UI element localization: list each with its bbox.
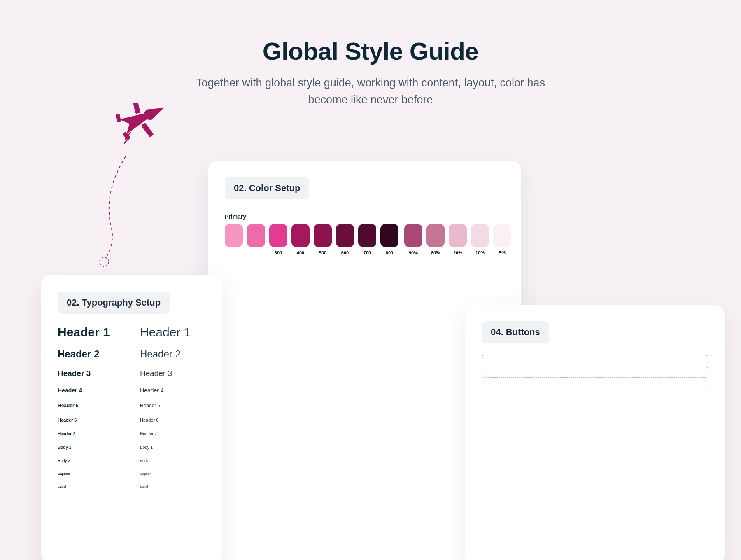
type-sample-regular: Body 1 bbox=[140, 445, 206, 450]
color-swatch: 20% bbox=[449, 224, 467, 255]
type-sample-regular: Header 2 bbox=[140, 348, 206, 360]
color-swatch: 400 bbox=[291, 224, 310, 255]
label-primary: Primary bbox=[225, 213, 505, 220]
type-sample-bold: Header 6 bbox=[58, 418, 124, 422]
color-swatch: 300 bbox=[269, 224, 287, 255]
color-swatch: 10% bbox=[471, 224, 489, 255]
hero: Global Style Guide Together with global … bbox=[0, 0, 741, 108]
airplane-illustration bbox=[91, 103, 173, 276]
color-swatch: 500 bbox=[314, 224, 332, 255]
section-heading: 04. Buttons bbox=[482, 321, 549, 343]
swatch-label: 300 bbox=[275, 250, 282, 255]
swatch-label: 20% bbox=[453, 250, 462, 255]
type-sample-bold: Label bbox=[58, 485, 124, 488]
typography-row: Header 2Header 2 bbox=[58, 348, 206, 360]
type-sample-bold: Caption bbox=[58, 472, 124, 476]
section-heading: 02. Color Setup bbox=[225, 177, 309, 199]
section-heading: 02. Typography Setup bbox=[58, 292, 170, 314]
typography-row: Header 6Header 6 bbox=[58, 418, 206, 422]
type-sample-regular: Header 4 bbox=[140, 387, 206, 394]
color-swatch: 800 bbox=[380, 224, 398, 255]
type-sample-regular: Header 1 bbox=[140, 325, 206, 339]
typography-setup-card: 02. Typography Setup Header 1Header 1Hea… bbox=[41, 275, 222, 560]
type-sample-bold: Header 1 bbox=[58, 325, 124, 339]
color-swatch: 700 bbox=[358, 224, 376, 255]
type-sample-regular: Body 2 bbox=[140, 459, 206, 463]
color-swatch: 90% bbox=[404, 224, 422, 255]
color-swatch bbox=[247, 224, 265, 255]
typography-row: Header 7Header 7 bbox=[58, 432, 206, 436]
color-swatch: 5% bbox=[493, 224, 511, 255]
typography-row: LabelLabel bbox=[58, 485, 206, 488]
type-sample-regular: Header 6 bbox=[140, 418, 206, 422]
swatch-label: 80% bbox=[431, 250, 440, 255]
typography-row: CaptionCaption bbox=[58, 472, 206, 476]
typography-row: Body 1Body 1 bbox=[58, 445, 206, 450]
swatch-row: 30040050060070080090%80%20%10%5% bbox=[225, 224, 505, 255]
type-sample-bold: Header 5 bbox=[58, 403, 124, 408]
type-sample-regular: Header 3 bbox=[140, 369, 206, 378]
type-sample-bold: Header 3 bbox=[58, 369, 124, 378]
typography-row: Header 1Header 1 bbox=[58, 325, 206, 339]
type-sample-bold: Body 1 bbox=[58, 445, 124, 450]
swatch-label: 400 bbox=[297, 250, 304, 255]
page-subtitle: Together with global style guide, workin… bbox=[181, 75, 560, 108]
swatch-label: 700 bbox=[364, 250, 371, 255]
buttons-card: 04. Buttons bbox=[465, 305, 725, 560]
swatch-label: 90% bbox=[409, 250, 418, 255]
typography-row: Body 2Body 2 bbox=[58, 459, 206, 463]
page-title: Global Style Guide bbox=[0, 37, 741, 65]
swatch-label: 500 bbox=[319, 250, 326, 255]
svg-point-6 bbox=[100, 257, 109, 266]
swatch-label: 800 bbox=[386, 250, 393, 255]
typography-row: Header 5Header 5 bbox=[58, 403, 206, 408]
type-sample-bold: Body 2 bbox=[58, 459, 124, 463]
inputs-group bbox=[482, 377, 708, 391]
type-sample-bold: Header 2 bbox=[58, 348, 124, 360]
typography-row: Header 3Header 3 bbox=[58, 369, 206, 378]
color-swatch bbox=[225, 224, 243, 255]
swatch-label: 10% bbox=[475, 250, 485, 255]
swatch-label: 600 bbox=[341, 250, 349, 255]
type-sample-regular: Label bbox=[140, 485, 206, 488]
svg-rect-1 bbox=[141, 123, 154, 138]
svg-rect-0 bbox=[132, 103, 140, 114]
swatch-label: 5% bbox=[499, 250, 506, 255]
typography-row: Header 4Header 4 bbox=[58, 387, 206, 394]
color-swatch: 600 bbox=[336, 224, 354, 255]
color-swatch: 80% bbox=[426, 224, 445, 255]
buttons-group bbox=[482, 355, 708, 369]
type-sample-regular: Caption bbox=[140, 472, 206, 476]
svg-rect-2 bbox=[116, 114, 121, 123]
type-sample-regular: Header 5 bbox=[140, 403, 206, 408]
type-sample-bold: Header 4 bbox=[58, 387, 124, 394]
type-sample-bold: Header 7 bbox=[58, 432, 124, 436]
type-sample-regular: Header 7 bbox=[140, 432, 206, 436]
